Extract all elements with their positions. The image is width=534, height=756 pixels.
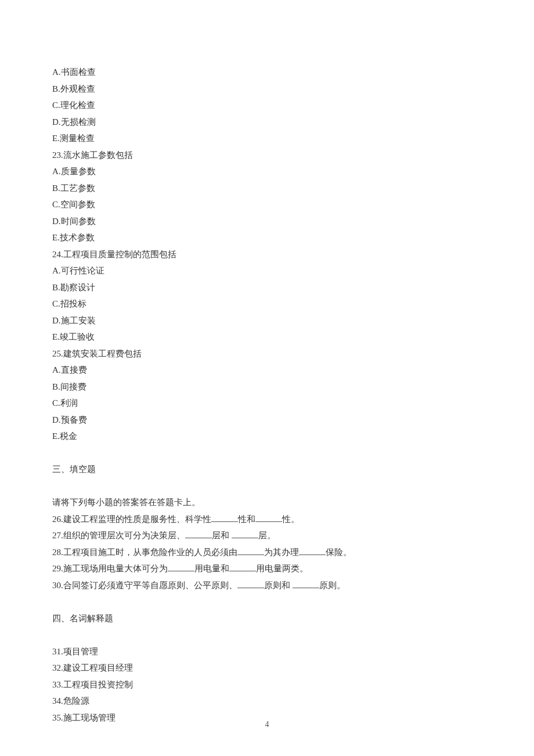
q30-part2: 原则和 (264, 581, 293, 590)
q24-option-a: A.可行性论证 (52, 262, 470, 279)
q22-option-c: C.理化检查 (52, 97, 470, 114)
q25-option-e: E.税金 (52, 428, 470, 445)
q23-option-a: A.质量参数 (52, 163, 470, 180)
q29-part1: 29.施工现场用电量大体可分为 (52, 564, 168, 573)
q24-option-c: C.招投标 (52, 296, 470, 312)
section-3-title: 三、填空题 (52, 461, 470, 478)
q23-option-c: C.空间参数 (52, 196, 470, 213)
blank (237, 579, 264, 588)
q34: 34.危险源 (52, 693, 470, 710)
q28-part3: 保险。 (326, 548, 352, 557)
blank (232, 529, 258, 538)
blank (229, 562, 256, 571)
q27-part2: 层和 (212, 531, 232, 540)
blank (211, 513, 238, 522)
q25-option-c: C.利润 (52, 395, 470, 412)
blank (185, 529, 212, 538)
blank (299, 546, 326, 555)
q29-part3: 用电量两类。 (256, 564, 308, 573)
q24-option-d: D.施工安装 (52, 312, 470, 329)
blank (293, 579, 319, 588)
q32: 32.建设工程项目经理 (52, 660, 470, 676)
q22-option-a: A.书面检查 (52, 64, 470, 81)
q25-option-b: B.间接费 (52, 379, 470, 395)
q22-option-d: D.无损检测 (52, 114, 470, 131)
q24-option-e: E.竣工验收 (52, 329, 470, 345)
q22-option-b: B.外观检查 (52, 81, 470, 98)
q22-option-e: E.测量检查 (52, 130, 470, 147)
q33: 33.工程项目投资控制 (52, 676, 470, 693)
q31: 31.项目管理 (52, 643, 470, 660)
q26-part3: 性。 (282, 514, 300, 524)
q29-part2: 用电量和 (194, 564, 229, 573)
blank (168, 562, 194, 571)
q30-part3: 原则。 (319, 581, 345, 590)
q29: 29.施工现场用电量大体可分为用电量和用电量两类。 (52, 560, 470, 577)
section-4-title: 四、名词解释题 (52, 610, 470, 627)
page-number: 4 (0, 717, 534, 733)
section-3-instruction: 请将下列每小题的答案答在答题卡上。 (52, 494, 470, 511)
q25-stem: 25.建筑安装工程费包括 (52, 345, 470, 362)
q23-option-b: B.工艺参数 (52, 180, 470, 197)
q25-option-a: A.直接费 (52, 362, 470, 379)
q27: 27.组织的管理层次可分为决策层、层和 层。 (52, 527, 470, 544)
q30-part1: 30.合同签订必须遵守平等自愿原则、公平原则、 (52, 581, 237, 590)
blank (237, 546, 264, 555)
q24-option-b: B.勘察设计 (52, 279, 470, 296)
q28-part1: 28.工程项目施工时，从事危险作业的人员必须由 (52, 548, 237, 557)
q26-part2: 性和 (238, 514, 255, 524)
q27-part1: 27.组织的管理层次可分为决策层、 (52, 531, 185, 540)
q24-stem: 24.工程项目质量控制的范围包括 (52, 246, 470, 263)
blank (255, 513, 282, 522)
q28: 28.工程项目施工时，从事危险作业的人员必须由为其办理保险。 (52, 544, 470, 561)
q23-option-d: D.时间参数 (52, 213, 470, 230)
q23-option-e: E.技术参数 (52, 229, 470, 246)
q25-option-d: D.预备费 (52, 412, 470, 429)
q28-part2: 为其办理 (264, 548, 299, 557)
q23-stem: 23.流水施工参数包括 (52, 147, 470, 164)
q30: 30.合同签订必须遵守平等自愿原则、公平原则、原则和 原则。 (52, 577, 470, 594)
page: A.书面检查 B.外观检查 C.理化检查 D.无损检测 E.测量检查 23.流水… (0, 0, 534, 756)
q26-part1: 26.建设工程监理的性质是服务性、科学性 (52, 514, 211, 524)
q27-part3: 层。 (258, 531, 276, 540)
q26: 26.建设工程监理的性质是服务性、科学性性和性。 (52, 511, 470, 528)
